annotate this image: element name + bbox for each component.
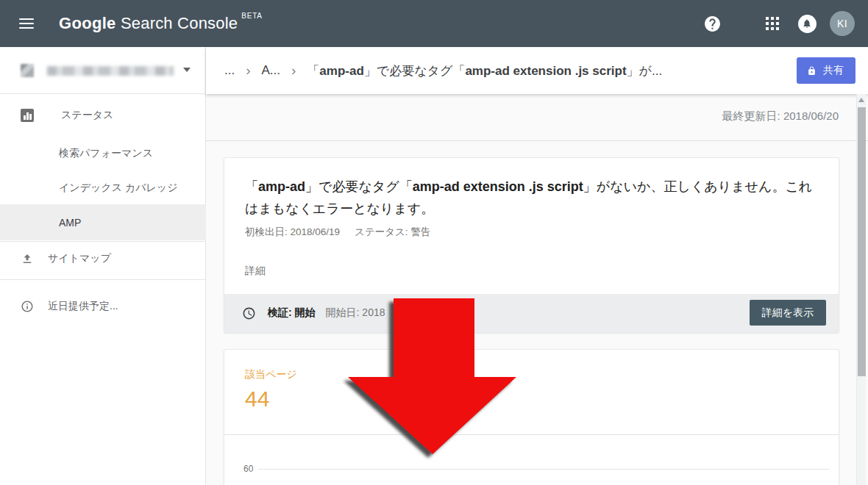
main-content: 最終更新日: 2018/06/20 「amp-ad」で必要なタグ「amp-ad … [206, 94, 868, 485]
issue-card: 「amp-ad」で必要なタグ「amp-ad extension .js scri… [224, 157, 839, 333]
breadcrumb-bar: ... › A... › 「amp-ad」で必要なタグ「amp-ad exten… [206, 47, 868, 94]
breadcrumb-root[interactable]: ... [224, 63, 235, 78]
details-section-label: 詳細 [245, 265, 266, 278]
logo-google: Google [59, 14, 116, 32]
property-url-redacted [47, 66, 174, 76]
scrollbar-thumb[interactable] [858, 107, 866, 376]
help-button[interactable] [702, 14, 722, 33]
meta-bar: 最終更新日: 2018/06/20 [206, 94, 868, 141]
see-details-button[interactable]: 詳細を表示 [750, 300, 826, 326]
lock-icon [807, 65, 817, 76]
status-badge: ステータス: 警告 [355, 226, 430, 239]
sidebar-item-label: 近日提供予定... [48, 300, 118, 313]
property-favicon-redacted [21, 64, 34, 77]
sidebar-item-status[interactable]: ステータス [0, 102, 206, 129]
bell-icon [798, 15, 817, 33]
sidebar-item-index-coverage[interactable]: インデックス カバレッジ [0, 175, 206, 201]
sidebar-item-label: インデックス カバレッジ [59, 182, 178, 195]
chevron-right-icon: › [291, 62, 296, 79]
sidebar: ステータス 検索パフォーマンス インデックス カバレッジ AMP サイトマップ … [0, 47, 206, 485]
issue-meta: 初検出日: 2018/06/19 ステータス: 警告 [224, 220, 839, 239]
bar-chart-icon [21, 109, 34, 122]
apps-grid-button[interactable] [763, 14, 782, 33]
affected-pages-count: 44 [245, 387, 269, 412]
account-avatar[interactable]: KI [830, 11, 855, 36]
card-divider [224, 434, 839, 435]
chart-y-tick: 60 [243, 464, 253, 474]
validation-bar: 検証: 開始 開始日: 2018 詳細を表示 [224, 294, 839, 332]
affected-pages-label: 該当ページ [245, 368, 297, 381]
sidebar-item-label: サイトマップ [48, 252, 111, 265]
share-label: 共有 [823, 64, 844, 77]
sidebar-item-label: 検索パフォーマンス [59, 147, 153, 160]
chevron-right-icon: › [246, 62, 250, 79]
breadcrumb-parent[interactable]: A... [262, 63, 281, 78]
avatar-initials: KI [837, 18, 847, 29]
vertical-scrollbar[interactable] [856, 94, 866, 485]
sidebar-item-amp[interactable]: AMP [0, 204, 206, 240]
validation-start-date: 開始日: 2018 [326, 306, 385, 320]
info-icon [21, 300, 34, 313]
sidebar-divider [0, 241, 206, 242]
apps-grid-icon [766, 17, 779, 30]
last-updated: 最終更新日: 2018/06/20 [722, 109, 839, 123]
affected-pages-card: 該当ページ 44 60 [224, 349, 839, 485]
beta-badge: BETA [241, 12, 263, 20]
app-logo: Google Search ConsoleBETA [59, 12, 263, 33]
property-selector[interactable] [0, 47, 205, 94]
sidebar-item-coming-soon[interactable]: 近日提供予定... [0, 293, 206, 320]
app-header: Google Search ConsoleBETA KI [0, 0, 868, 47]
sidebar-item-search-performance[interactable]: 検索パフォーマンス [0, 140, 206, 167]
upload-icon [21, 252, 34, 265]
issue-title: 「amp-ad」で必要なタグ「amp-ad extension .js scri… [224, 158, 839, 220]
notifications-button[interactable] [797, 14, 817, 33]
share-button[interactable]: 共有 [797, 57, 855, 84]
breadcrumb-current: 「amp-ad」で必要なタグ「amp-ad extension .js scri… [307, 62, 662, 79]
sidebar-item-sitemaps[interactable]: サイトマップ [0, 245, 206, 272]
help-icon [703, 15, 722, 33]
sidebar-divider [0, 279, 206, 280]
sidebar-item-label: ステータス [61, 109, 113, 122]
scroll-up-arrow-icon[interactable] [858, 98, 864, 102]
sidebar-item-label: AMP [59, 217, 81, 229]
first-detected: 初検出日: 2018/06/19 [245, 226, 340, 239]
logo-product: Search Console [116, 14, 238, 32]
menu-icon[interactable] [19, 18, 34, 29]
clock-icon [242, 306, 256, 320]
caret-down-icon [183, 68, 191, 72]
validation-state: 検証: 開始 [268, 306, 316, 320]
chart-gridline [258, 469, 829, 470]
